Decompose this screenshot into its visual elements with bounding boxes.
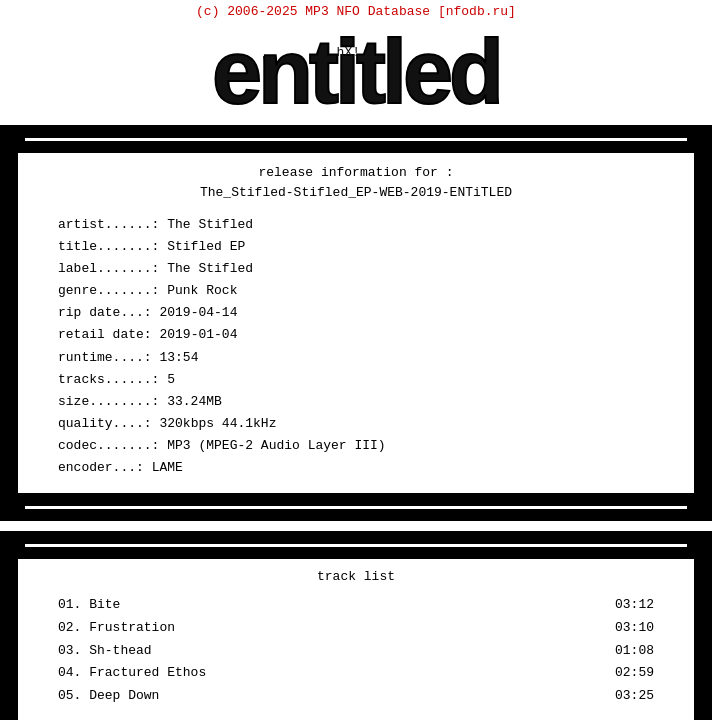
track-row: 01. Bite03:12 [58, 594, 654, 617]
logo-area: entitled hX! [0, 21, 712, 125]
release-bottom-border [0, 493, 712, 521]
track-duration: 01:08 [615, 640, 654, 663]
track-name: 03. Sh-thead [58, 640, 152, 663]
track-row: 04. Fractured Ethos02:59 [58, 662, 654, 685]
track-name: 04. Fractured Ethos [58, 662, 206, 685]
info-row: artist......: The Stifled [58, 214, 654, 236]
track-name: 05. Deep Down [58, 685, 159, 708]
logo-hx: hX! [337, 45, 360, 60]
track-row: 02. Frustration03:10 [58, 617, 654, 640]
track-duration: 03:25 [615, 685, 654, 708]
info-key: size........: [58, 391, 167, 413]
info-table: artist......: The Stifledtitle.......: S… [58, 214, 654, 479]
info-key: quality....: [58, 413, 159, 435]
info-val: Stifled EP [167, 236, 245, 258]
tracklist-top-border [0, 531, 712, 559]
info-key: artist......: [58, 214, 167, 236]
release-header-line1: release information for : [58, 163, 654, 183]
tracklist-section: track list 01. Bite03:1202. Frustration0… [0, 531, 712, 720]
info-key: title.......: [58, 236, 167, 258]
release-body: release information for : The_Stifled-St… [0, 153, 712, 493]
info-val: 2019-04-14 [159, 302, 237, 324]
info-row: codec.......: MP3 (MPEG-2 Audio Layer II… [58, 435, 654, 457]
info-val: 33.24MB [167, 391, 222, 413]
track-row: 05. Deep Down03:25 [58, 685, 654, 708]
info-row: genre.......: Punk Rock [58, 280, 654, 302]
logo-wrapper: entitled hX! [212, 27, 500, 117]
info-val: The Stifled [167, 214, 253, 236]
release-section: release information for : The_Stifled-St… [0, 125, 712, 521]
info-val: 13:54 [159, 347, 198, 369]
info-key: codec.......: [58, 435, 167, 457]
info-key: rip date...: [58, 302, 159, 324]
credit-text: (c) 2006-2025 MP3 NFO Database [nfodb.ru… [0, 0, 712, 21]
info-row: title.......: Stifled EP [58, 236, 654, 258]
info-key: runtime....: [58, 347, 159, 369]
info-row: size........: 33.24MB [58, 391, 654, 413]
tracks-list: 01. Bite03:1202. Frustration03:1003. Sh-… [58, 594, 654, 708]
info-row: encoder...: LAME [58, 457, 654, 479]
track-row: 03. Sh-thead01:08 [58, 640, 654, 663]
info-val: The Stifled [167, 258, 253, 280]
info-key: tracks......: [58, 369, 167, 391]
info-val: 320kbps 44.1kHz [159, 413, 276, 435]
track-duration: 02:59 [615, 662, 654, 685]
info-row: runtime....: 13:54 [58, 347, 654, 369]
info-row: quality....: 320kbps 44.1kHz [58, 413, 654, 435]
tracklist-body: track list 01. Bite03:1202. Frustration0… [0, 559, 712, 720]
info-row: rip date...: 2019-04-14 [58, 302, 654, 324]
track-name: 02. Frustration [58, 617, 175, 640]
info-row: tracks......: 5 [58, 369, 654, 391]
info-val: Punk Rock [167, 280, 237, 302]
info-val: MP3 (MPEG-2 Audio Layer III) [167, 435, 385, 457]
info-val: 2019-01-04 [159, 324, 237, 346]
info-key: label.......: [58, 258, 167, 280]
track-duration: 03:12 [615, 594, 654, 617]
info-key: genre.......: [58, 280, 167, 302]
tracklist-header: track list [58, 569, 654, 584]
release-top-border [0, 125, 712, 153]
info-key: encoder...: [58, 457, 152, 479]
info-row: retail date: 2019-01-04 [58, 324, 654, 346]
info-val: 5 [167, 369, 175, 391]
logo-text: entitled [212, 27, 500, 117]
track-duration: 03:10 [615, 617, 654, 640]
info-val: LAME [152, 457, 183, 479]
release-header: release information for : The_Stifled-St… [58, 163, 654, 202]
info-row: label.......: The Stifled [58, 258, 654, 280]
track-name: 01. Bite [58, 594, 120, 617]
release-header-line2: The_Stifled-Stifled_EP-WEB-2019-ENTiTLED [58, 183, 654, 203]
info-key: retail date: [58, 324, 159, 346]
